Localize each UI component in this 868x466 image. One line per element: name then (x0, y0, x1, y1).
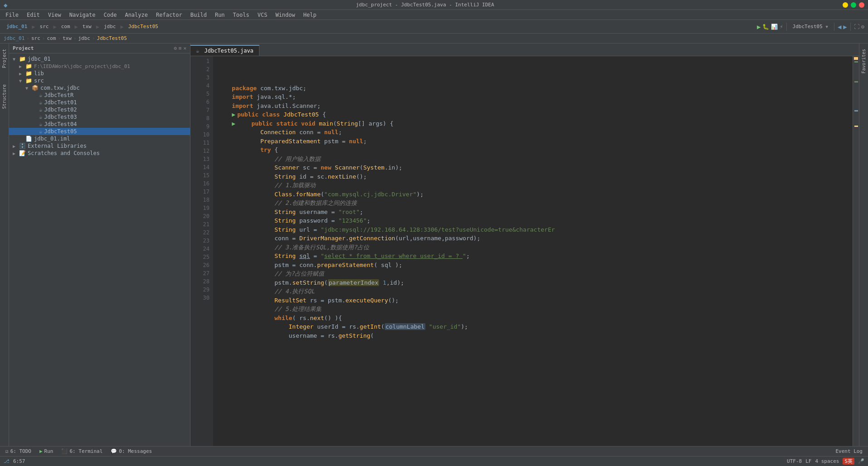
tab-eventlog[interactable]: Event Log (832, 447, 866, 455)
menu-build[interactable]: Build (187, 11, 210, 19)
menu-navigate[interactable]: Navigate (66, 11, 99, 19)
java-icon-01: ☕ (39, 99, 42, 106)
debug-button[interactable]: 🐛 (762, 24, 769, 30)
sidebar-layout-icon[interactable]: ≡ (179, 45, 182, 51)
tree-item-jdbctest01[interactable]: ☕ JdbcTest01 (9, 99, 190, 106)
project-tree[interactable]: ▼ 📁 jdbc_01 ▶ 📁 F:\IEDAWork\jdbc_project… (9, 53, 190, 446)
menu-view[interactable]: View (44, 11, 65, 19)
tree-item-lib[interactable]: ▶ 📁 lib (9, 70, 190, 77)
favorites-tab[interactable]: Favorites (859, 44, 868, 446)
tree-item-iml[interactable]: 📄 jdbc_01.iml (9, 135, 190, 142)
ln15: 15 (190, 171, 210, 180)
tree-item-extlib[interactable]: ▶ 🗄️ External Libraries (9, 142, 190, 150)
sidebar-close-icon[interactable]: ✕ (183, 45, 186, 51)
coverage-button[interactable]: 📊 (771, 24, 778, 30)
left-panel-tabs[interactable]: Project Structure (0, 44, 9, 446)
tab-run-label: Run (44, 448, 54, 454)
main-layout: Project Structure Project ⚙ ≡ ✕ ▼ 📁 jdbc… (0, 44, 868, 446)
code-line-14: Class.forName("com.mysql.cj.jdbc.Driver"… (218, 190, 853, 199)
menu-run[interactable]: Run (211, 11, 229, 19)
menu-file[interactable]: File (2, 11, 22, 19)
code-editor[interactable]: package com.txw.jdbc; import java.sql.*;… (213, 56, 853, 446)
menu-code[interactable]: Code (100, 11, 121, 19)
tree-item-jdbc01[interactable]: ▼ 📁 jdbc_01 (9, 55, 190, 63)
tree-label-test05: JdbcTest05 (44, 128, 77, 135)
toolbar-project-label[interactable]: jdbc_01 (4, 23, 30, 30)
nav-project[interactable]: jdbc_01 (4, 35, 24, 41)
ln24: 24 (190, 245, 210, 253)
ln20: 20 (190, 212, 210, 220)
code-line-12: String id = sc.nextLine(); (218, 172, 853, 181)
toolbar-jdbc[interactable]: jdbc (101, 23, 119, 30)
toolbar-class[interactable]: JdbcTest05 (126, 23, 161, 30)
tab-run[interactable]: ▶ Run (36, 447, 57, 455)
editor-content[interactable]: 1 2 3 4 5 6 7 8 9 10 11 12 13 14 15 16 1… (190, 56, 859, 446)
nav-class[interactable]: JdbcTest05 (97, 35, 127, 41)
toolbar-txw[interactable]: txw (80, 23, 94, 30)
nav-src[interactable]: src (31, 35, 40, 41)
folder-icon-lib: 📁 (25, 70, 32, 77)
minimize-button[interactable] (843, 2, 848, 8)
ln17: 17 (190, 188, 210, 196)
ln28: 28 (190, 277, 210, 286)
editor-tab-jdbctest05[interactable]: ☕ JdbcTest05.java (190, 45, 259, 56)
tree-item-scratches[interactable]: ▶ 📝 Scratches and Consoles (9, 150, 190, 157)
tree-item-jdbctest04[interactable]: ☕ JdbcTest04 (9, 121, 190, 128)
code-line-13: // 1.加载驱动 (218, 181, 853, 190)
maximize-button[interactable] (851, 2, 856, 8)
ln21: 21 (190, 220, 210, 228)
code-line-24: pstm.setString(parameterIndex 1,id); (218, 278, 853, 287)
menu-edit[interactable]: Edit (23, 11, 44, 19)
tab-todo[interactable]: ☑ 6: TODO (2, 447, 35, 455)
tree-arrow2: ▶ (19, 64, 25, 69)
tree-label-package: com.txw.jdbc (40, 85, 80, 91)
tree-item-jdbctest02[interactable]: ☕ JdbcTest02 (9, 106, 190, 113)
project-tab[interactable]: Project (1, 45, 8, 72)
run-config-name[interactable]: JdbcTest05 ▼ (790, 23, 831, 30)
profile-button[interactable]: ⚡ (780, 24, 783, 30)
code-line-1: package com.txw.jdbc; (218, 84, 853, 93)
menu-analyze[interactable]: Analyze (121, 11, 151, 19)
sidebar-actions[interactable]: ⚙ ≡ ✕ (174, 45, 186, 51)
status-encoding: UTF-8 (787, 458, 802, 464)
code-line-6: ▶ public static void main(String[] args)… (218, 119, 853, 128)
nav-com[interactable]: com (47, 35, 56, 41)
run-button[interactable]: ▶ (757, 23, 761, 30)
full-screen-button[interactable]: ⛶ (854, 24, 859, 30)
nav-forward-button[interactable]: ▶ (843, 23, 847, 30)
favorites-label[interactable]: Favorites (860, 45, 867, 77)
close-button[interactable] (859, 2, 864, 8)
folder-icon2: 📁 (25, 63, 32, 69)
menu-refactor[interactable]: Refactor (152, 11, 186, 19)
tree-label-test03: JdbcTest03 (44, 114, 77, 120)
ln11: 11 (190, 139, 210, 147)
tab-terminal[interactable]: ⬛ 6: Terminal (58, 447, 106, 455)
nav-back-button[interactable]: ◀ (838, 23, 841, 30)
tree-item-path[interactable]: ▶ 📁 F:\IEDAWork\jdbc_project\jdbc_01 (9, 63, 190, 70)
nav-jdbc[interactable]: jdbc (78, 35, 90, 41)
tree-item-package[interactable]: ▼ 📦 com.txw.jdbc (9, 84, 190, 92)
nav-sep3: › (58, 35, 61, 41)
menu-help[interactable]: Help (300, 11, 320, 19)
toolbar-src[interactable]: src (37, 23, 52, 30)
tree-arrow-scratch: ▶ (13, 151, 19, 156)
tree-label-path: F:\IEDAWork\jdbc_project\jdbc_01 (34, 63, 130, 69)
settings-button[interactable]: ⚙ (861, 24, 864, 30)
sidebar-settings-icon[interactable]: ⚙ (174, 45, 177, 51)
tree-item-jdbctest05[interactable]: ☕ JdbcTest05 (9, 128, 190, 135)
window-controls[interactable] (843, 2, 864, 8)
tree-arrow-lib: ▶ (19, 71, 25, 76)
tab-messages[interactable]: 💬 0: Messages (107, 447, 156, 455)
menu-window[interactable]: Window (272, 11, 298, 19)
code-line-29: Integer userId = rs.getInt(columnLabel "… (218, 322, 853, 331)
menu-tools[interactable]: Tools (229, 11, 253, 19)
code-line-4: import java.util.Scanner; (218, 102, 853, 111)
tree-item-src[interactable]: ▼ 📁 src (9, 77, 190, 84)
editor-area: ☕ JdbcTest05.java 1 2 3 4 5 6 7 8 9 10 1… (190, 44, 859, 446)
structure-tab[interactable]: Structure (1, 81, 8, 112)
nav-txw[interactable]: txw (63, 35, 72, 41)
tree-item-jdbctest03[interactable]: ☕ JdbcTest03 (9, 113, 190, 121)
menu-vcs[interactable]: VCS (254, 11, 271, 19)
toolbar-com[interactable]: com (59, 23, 73, 30)
tree-item-jdbctestr[interactable]: ☕ JdbcTestR (9, 92, 190, 99)
